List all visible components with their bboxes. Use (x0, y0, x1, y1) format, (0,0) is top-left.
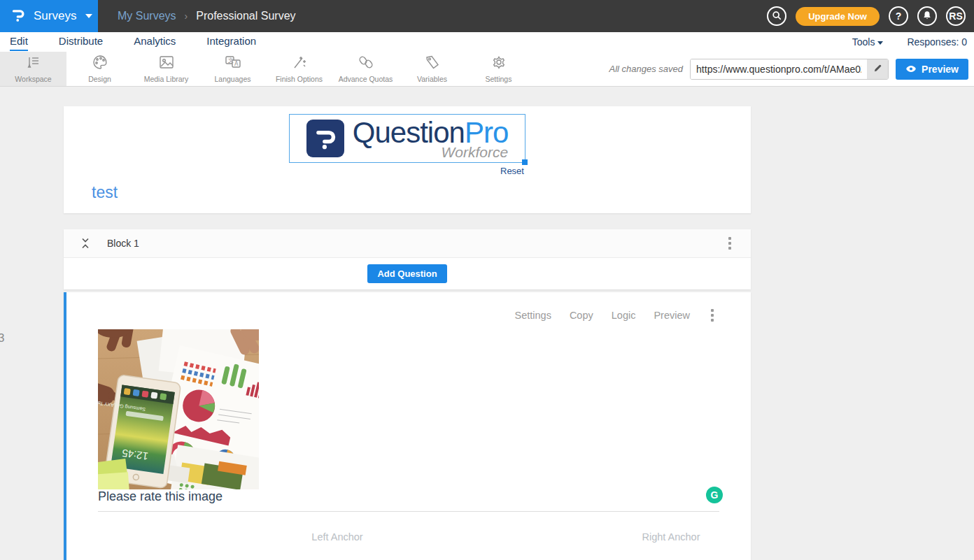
eye-icon (905, 64, 917, 75)
notifications-button[interactable] (917, 6, 937, 26)
responses-count: Responses: 0 (907, 36, 967, 48)
tab-analytics[interactable]: Analytics (134, 33, 176, 51)
search-icon (772, 10, 782, 22)
workspace-icon (25, 55, 42, 73)
left-anchor-input[interactable] (278, 531, 397, 543)
toolbar-item-languages[interactable]: 文A Languages (199, 52, 266, 86)
grammarly-icon[interactable]: G (706, 487, 723, 503)
block-card: Block 1 Add Question (64, 229, 751, 289)
survey-editor-page: Surveys My Surveys › Professional Survey… (0, 0, 974, 560)
question-text[interactable]: Please rate this image (98, 489, 223, 504)
edit-url-button[interactable] (867, 59, 888, 79)
section-tabs: Edit Distribute Analytics Integration To… (0, 32, 974, 52)
tab-distribute[interactable]: Distribute (59, 33, 103, 51)
translate-icon: 文A (225, 55, 241, 73)
editor-content: QuestionPro Workforce Reset test Block 1… (0, 87, 974, 560)
search-button[interactable] (767, 6, 786, 26)
chain-links-icon (358, 55, 374, 73)
toolbar-item-design[interactable]: Design (66, 52, 133, 86)
tabs-group: Edit Distribute Analytics Integration (10, 33, 256, 51)
survey-title[interactable]: test (92, 183, 118, 202)
question-actions: Settings Copy Logic Preview (66, 292, 751, 324)
question-logic-link[interactable]: Logic (612, 310, 636, 321)
toolbar-item-settings[interactable]: Settings (465, 52, 532, 86)
toolbar-right-group: All changes saved Preview (609, 52, 974, 86)
tab-edit[interactable]: Edit (10, 33, 28, 51)
logo-wordmark: QuestionPro Workforce (353, 118, 508, 159)
block-header: Block 1 (64, 229, 751, 258)
svg-text:文: 文 (228, 57, 234, 64)
questionpro-logo-icon (9, 6, 27, 27)
block-title: Block 1 (107, 238, 139, 249)
toolbar-item-advance-quotas[interactable]: Advance Quotas (332, 52, 399, 86)
question-settings-link[interactable]: Settings (514, 310, 551, 321)
tools-dropdown[interactable]: Tools (852, 36, 884, 48)
upgrade-now-button[interactable]: Upgrade Now (796, 7, 880, 26)
surveys-product-menu[interactable]: Surveys (0, 0, 98, 32)
avatar[interactable]: RS (946, 6, 966, 26)
image-icon (158, 55, 175, 73)
magic-wand-icon (291, 55, 308, 73)
breadcrumb-current: Professional Survey (196, 10, 295, 22)
topbar-actions: Upgrade Now ? RS (767, 6, 974, 26)
save-status: All changes saved (609, 64, 684, 74)
logo-resize-handle[interactable] (522, 159, 528, 165)
tabs-right-group: Tools Responses: 0 (852, 36, 974, 48)
tab-integration[interactable]: Integration (206, 33, 256, 51)
survey-header-card: QuestionPro Workforce Reset test (64, 106, 751, 213)
palette-icon (92, 55, 108, 73)
pencil-icon (873, 63, 882, 76)
question-image[interactable]: 56% (98, 329, 259, 489)
breadcrumb-separator: › (185, 10, 188, 22)
question-text-underline (98, 511, 719, 512)
collapse-block-button[interactable] (80, 238, 90, 249)
toolbar-item-workspace[interactable]: Workspace (0, 52, 66, 86)
bell-icon (922, 10, 932, 22)
block-body: Add Question (64, 258, 751, 289)
preview-button[interactable]: Preview (896, 59, 968, 80)
toolbar-item-media-library[interactable]: Media Library (133, 52, 199, 86)
brand-label: Surveys (34, 9, 76, 23)
question-menu-button[interactable] (708, 306, 717, 324)
gear-icon (490, 55, 507, 73)
question-copy-link[interactable]: Copy (570, 310, 593, 321)
add-question-button[interactable]: Add Question (367, 264, 446, 283)
toolbar-item-variables[interactable]: Variables (399, 52, 465, 86)
right-anchor-input[interactable] (612, 531, 730, 543)
svg-text:A: A (234, 61, 239, 67)
block-menu-button[interactable] (726, 234, 734, 252)
help-button[interactable]: ? (889, 6, 908, 26)
question-preview-link[interactable]: Preview (654, 310, 690, 321)
questionpro-logo-mark-icon (306, 120, 344, 157)
survey-logo-selected[interactable]: QuestionPro Workforce (289, 114, 525, 163)
reset-logo-link[interactable]: Reset (500, 166, 525, 176)
survey-url-input[interactable] (691, 59, 867, 79)
toolbar-item-finish-options[interactable]: Finish Options (266, 52, 332, 86)
survey-url-group (690, 59, 889, 80)
question-number: 3 (0, 331, 4, 345)
chevron-down-icon (85, 14, 92, 18)
chevron-down-icon (877, 41, 883, 45)
breadcrumb: My Surveys › Professional Survey (118, 10, 296, 22)
tag-icon (424, 55, 441, 73)
question-card: 3 Settings Copy Logic Preview (64, 292, 751, 560)
top-navbar: Surveys My Surveys › Professional Survey… (0, 0, 974, 32)
breadcrumb-my-surveys[interactable]: My Surveys (118, 10, 176, 22)
editor-toolbar: Workspace Design Media Library 文A Langua… (0, 52, 974, 87)
